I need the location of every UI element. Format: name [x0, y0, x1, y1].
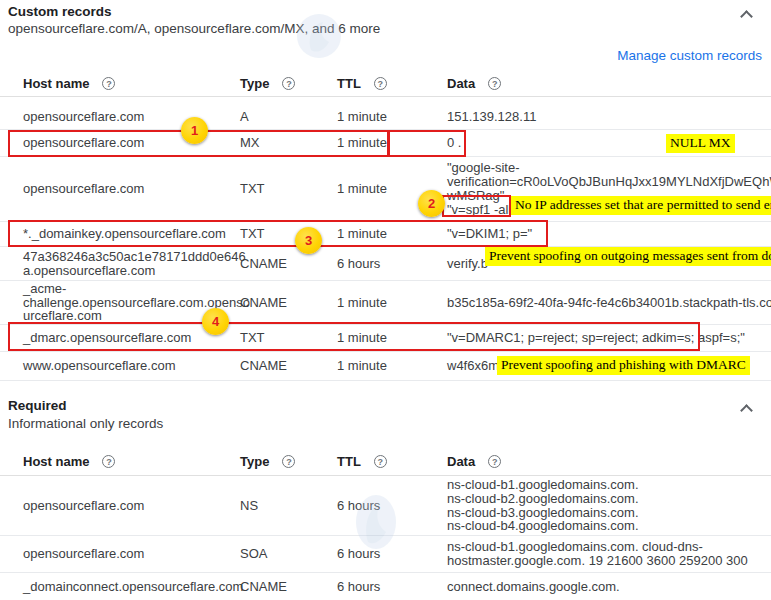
cell-ttl: 1 minute [337, 281, 441, 324]
table-row: opensourceflare.comSOA6 hoursns-cloud-b1… [0, 536, 771, 573]
cell-ttl: 1 minute [337, 104, 441, 129]
cell-ttl: 1 minute [337, 352, 441, 380]
cell-ttl: 6 hours [337, 247, 441, 280]
table-row: opensourceflare.comTXT1 minute"google-si… [0, 157, 771, 222]
cell-host-name: opensourceflare.com [23, 476, 233, 535]
cell-ttl: 6 hours [337, 476, 441, 535]
required-title: Required [8, 398, 67, 413]
cell-data: ns-cloud-b1.googledomains.com.ns-cloud-b… [447, 476, 767, 535]
column-header-type: Type? [240, 71, 330, 96]
cell-host-name: _dmarc.opensourceflare.com [23, 325, 233, 351]
column-label: Type [240, 76, 269, 91]
table-row: opensourceflare.comNS6 hoursns-cloud-b1.… [0, 476, 771, 536]
cell-host-name: opensourceflare.com [23, 130, 233, 156]
help-icon[interactable]: ? [282, 455, 295, 468]
cell-host-name: opensourceflare.com [23, 157, 233, 221]
cell-data: ns-cloud-b1.googledomains.com. cloud-dns… [447, 536, 767, 572]
cell-data: verify.b [447, 247, 767, 280]
cell-host-name: *._domainkey.opensourceflare.com [23, 222, 233, 246]
column-label: Data [447, 454, 475, 469]
cell-ttl: 1 minute [337, 130, 441, 156]
cell-data: "v=DKIM1; p=" [447, 222, 767, 246]
cell-ttl: 6 hours [337, 536, 441, 572]
column-header-ttl: TTL? [337, 448, 441, 475]
watermark-logo [293, 12, 345, 60]
cell-type: CNAME [240, 247, 330, 280]
cell-data: connect.domains.google.com. [447, 573, 767, 600]
custom-records-title: Custom records [8, 4, 112, 19]
dns-records-page: Custom records opensourceflare.com/A, op… [0, 0, 771, 600]
help-icon[interactable]: ? [488, 455, 501, 468]
help-icon[interactable]: ? [102, 455, 115, 468]
cell-host-name: _acme-challenge.opensourceflare.com.open… [23, 281, 233, 324]
cell-ttl: 1 minute [337, 222, 441, 246]
table-row: *._domainkey.opensourceflare.comTXT1 min… [0, 222, 771, 247]
column-label: Host name [23, 76, 89, 91]
column-label: Type [240, 454, 269, 469]
column-label: TTL [337, 76, 361, 91]
column-header-data: Data? [447, 448, 767, 475]
table-row: _dmarc.opensourceflare.comTXT1 minute"v=… [0, 325, 771, 352]
cell-host-name: 47a368246a3c50ac1e78171ddd0e646a.opensou… [23, 247, 233, 280]
table-row: opensourceflare.comMX1 minute0 . [0, 130, 771, 157]
table-row: opensourceflare.comA1 minute151.139.128.… [0, 104, 771, 130]
help-icon[interactable]: ? [488, 77, 501, 90]
cell-ttl: 1 minute [337, 325, 441, 351]
cell-type: TXT [240, 325, 330, 351]
cell-type: A [240, 104, 330, 129]
chevron-up-icon [740, 404, 753, 417]
table-row: _domainconnect.opensourceflare.comCNAME6… [0, 573, 771, 600]
cell-type: TXT [240, 157, 330, 221]
help-icon[interactable]: ? [374, 77, 387, 90]
cell-type: MX [240, 130, 330, 156]
collapse-required-button[interactable] [737, 397, 759, 419]
cell-ttl: 6 hours [337, 573, 441, 600]
column-label: Host name [23, 454, 89, 469]
column-header-host-name: Host name? [23, 71, 233, 96]
required-subtitle: Informational only records [8, 416, 163, 431]
table-row: _acme-challenge.opensourceflare.com.open… [0, 281, 771, 325]
help-icon[interactable]: ? [102, 77, 115, 90]
cell-data: "v=DMARC1; p=reject; sp=reject; adkim=s;… [447, 325, 767, 351]
column-header-ttl: TTL? [337, 71, 441, 96]
column-label: TTL [337, 454, 361, 469]
cell-type: NS [240, 476, 330, 535]
cell-type: CNAME [240, 573, 330, 600]
table-row: 47a368246a3c50ac1e78171ddd0e646a.opensou… [0, 247, 771, 281]
cell-host-name: opensourceflare.com [23, 536, 233, 572]
custom-records-subtitle: opensourceflare.com/A, opensourceflare.c… [8, 21, 380, 36]
help-icon[interactable]: ? [282, 77, 295, 90]
help-icon[interactable]: ? [374, 455, 387, 468]
cell-host-name: opensourceflare.com [23, 104, 233, 129]
cell-data: 151.139.128.11 [447, 104, 767, 129]
column-header-data: Data? [447, 71, 767, 96]
table-row: www.opensourceflare.comCNAME1 minutew4f6… [0, 352, 771, 381]
cell-type: SOA [240, 536, 330, 572]
cell-data: 0 . [447, 130, 767, 156]
column-header-type: Type? [240, 448, 330, 475]
manage-custom-records-link[interactable]: Manage custom records [617, 48, 762, 63]
cell-type: CNAME [240, 281, 330, 324]
cell-data: w4f6x6m5.stackp [447, 352, 767, 380]
column-header-host-name: Host name? [23, 448, 233, 475]
cell-host-name: _domainconnect.opensourceflare.com [23, 573, 233, 600]
collapse-custom-button[interactable] [737, 3, 759, 25]
column-label: Data [447, 76, 475, 91]
chevron-up-icon [740, 10, 753, 23]
cell-data: b35c185a-69f2-40fa-94fc-fe4c6b34001b.sta… [447, 281, 767, 324]
cell-ttl: 1 minute [337, 157, 441, 221]
cell-type: TXT [240, 222, 330, 246]
cell-host-name: www.opensourceflare.com [23, 352, 233, 380]
cell-data: "google-site-verification=cR0oLVoQbJBunH… [447, 157, 767, 221]
cell-type: CNAME [240, 352, 330, 380]
